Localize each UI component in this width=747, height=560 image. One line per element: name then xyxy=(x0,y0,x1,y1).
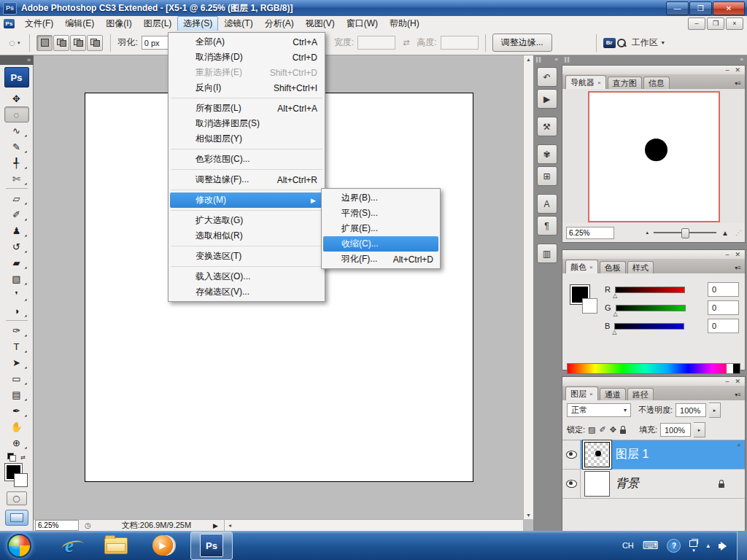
character-panel-button[interactable]: A xyxy=(537,194,557,214)
color-spectrum-ramp[interactable] xyxy=(567,363,740,374)
tab-channels[interactable]: 通道 xyxy=(600,388,626,400)
panel-close-icon[interactable]: ✕ xyxy=(735,378,740,385)
slider-thumb-icon[interactable]: △ xyxy=(612,329,616,335)
close-button[interactable]: ✕ xyxy=(713,1,745,15)
tab-layers[interactable]: 图层 × xyxy=(565,386,598,400)
tab-navigator[interactable]: 导航器 × xyxy=(565,75,606,89)
blend-mode-select[interactable]: 正常 ▾ xyxy=(567,403,631,417)
layer-comps-panel-button[interactable]: ▥ xyxy=(537,244,557,263)
type-tool[interactable]: T xyxy=(4,338,29,354)
visibility-cell[interactable] xyxy=(562,440,581,469)
notes-tool[interactable]: ▤ xyxy=(4,386,29,402)
history-panel-button[interactable]: ↶ xyxy=(537,67,557,87)
crop-tool[interactable]: ╃ xyxy=(4,155,29,171)
blue-value[interactable]: 0 xyxy=(708,319,739,333)
panel-close-icon[interactable]: ✕ xyxy=(735,251,740,258)
menu-item-grow[interactable]: 扩大选取(G) xyxy=(169,213,325,228)
history-brush-tool[interactable]: ↺ xyxy=(4,238,29,254)
scroll-left-icon[interactable]: ◂ xyxy=(228,522,231,529)
panel-menu-icon[interactable]: ▾≡ xyxy=(735,265,741,271)
menu-item-save-selection[interactable]: 存储选区(V)... xyxy=(169,284,325,300)
zoom-tool[interactable]: ⊕ xyxy=(4,435,29,451)
tab-color[interactable]: 颜色 × xyxy=(565,260,598,273)
lock-all-icon[interactable] xyxy=(620,429,626,434)
minimize-button[interactable]: — xyxy=(666,1,689,15)
navigator-zoom-input[interactable] xyxy=(566,227,614,239)
tab-close-icon[interactable]: × xyxy=(589,391,593,397)
quick-selection-tool[interactable]: ✎ xyxy=(4,139,29,155)
background-color-swatch[interactable] xyxy=(582,298,597,314)
lock-transparency-icon[interactable]: ▨ xyxy=(588,425,595,435)
volume-icon[interactable] xyxy=(719,541,729,551)
new-selection-button[interactable] xyxy=(36,35,53,51)
vertical-scrollbar[interactable]: ▲ ▼ xyxy=(523,55,533,519)
panel-minimize-icon[interactable]: – xyxy=(725,251,729,258)
navigator-zoom-slider[interactable] xyxy=(654,232,716,233)
clone-stamp-tool[interactable]: ♟ xyxy=(4,222,29,238)
shape-tool[interactable]: ▭ xyxy=(4,370,29,386)
menu-help[interactable]: 帮助(H) xyxy=(384,16,425,31)
submenu-item-feather[interactable]: 羽化(F)...Alt+Ctrl+D xyxy=(322,252,440,267)
opacity-value[interactable]: 100% xyxy=(676,403,706,417)
menu-item-all-layers[interactable]: 所有图层(L)Alt+Ctrl+A xyxy=(169,101,325,116)
menu-filter[interactable]: 滤镜(T) xyxy=(218,16,258,31)
scroll-down-icon[interactable]: ▼ xyxy=(526,513,531,518)
menu-item-load-selection[interactable]: 载入选区(O)... xyxy=(169,269,325,284)
blur-tool[interactable]: ❜ xyxy=(4,287,29,303)
submenu-item-border[interactable]: 边界(B)... xyxy=(322,190,440,206)
restore-button[interactable]: ❒ xyxy=(689,1,712,15)
black-chip[interactable] xyxy=(733,364,740,373)
actions-panel-button[interactable]: ▶ xyxy=(537,89,557,109)
layer-row-background[interactable]: 背景 xyxy=(562,470,745,499)
fill-spinner-icon[interactable]: ▸ xyxy=(694,422,705,438)
status-zoom-input[interactable] xyxy=(35,520,79,531)
submenu-item-contract[interactable]: 收缩(C)... xyxy=(323,236,438,252)
eraser-tool[interactable]: ▰ xyxy=(4,254,29,271)
navigator-proxy-view[interactable] xyxy=(588,91,720,222)
green-slider[interactable]: △ xyxy=(616,305,686,311)
panel-minimize-icon[interactable]: – xyxy=(725,66,729,74)
taskbar-wmp-button[interactable]: ▶ xyxy=(148,532,177,559)
menu-item-similar-layers[interactable]: 相似图层(Y) xyxy=(169,131,325,147)
tab-info[interactable]: 信息 xyxy=(643,77,670,89)
help-icon[interactable]: ? xyxy=(667,539,681,553)
fill-value[interactable]: 100% xyxy=(660,423,691,437)
show-hidden-icons-button[interactable]: ▴ xyxy=(706,542,710,549)
paragraph-panel-button[interactable]: ¶ xyxy=(537,216,557,236)
tray-window-flyout[interactable]: ▾ xyxy=(689,538,697,553)
taskbar-photoshop-button[interactable]: Ps xyxy=(190,532,233,560)
pen-tool[interactable]: ✑ xyxy=(4,322,29,338)
gradient-tool[interactable]: ▧ xyxy=(4,271,29,287)
brushes-panel-button[interactable]: ✾ xyxy=(537,144,557,164)
menu-view[interactable]: 视图(V) xyxy=(300,16,341,31)
menu-item-inverse[interactable]: 反向(I)Shift+Ctrl+I xyxy=(169,80,325,96)
lock-paint-icon[interactable]: ✐ xyxy=(599,425,605,435)
background-color-swatch[interactable] xyxy=(14,473,28,487)
default-colors-icon[interactable] xyxy=(7,453,16,462)
taskbar-ie-button[interactable]: e xyxy=(55,532,84,559)
menu-item-color-range[interactable]: 色彩范围(C)... xyxy=(169,152,325,167)
menu-item-modify[interactable]: 修改(M)▶ xyxy=(170,192,323,208)
move-tool[interactable]: ✥ xyxy=(4,90,29,106)
panel-menu-icon[interactable]: ▾≡ xyxy=(735,392,741,398)
resize-grip-icon[interactable]: ⋰ xyxy=(735,230,741,236)
menu-item-deselect-layers[interactable]: 取消选择图层(S) xyxy=(169,116,325,131)
doc-restore-button[interactable]: ❒ xyxy=(707,18,724,30)
hand-tool[interactable]: ✋ xyxy=(4,419,29,435)
start-button[interactable] xyxy=(7,534,31,558)
doc-minimize-button[interactable]: – xyxy=(688,18,705,30)
quick-mask-button[interactable]: ◯ xyxy=(7,491,27,505)
slider-thumb[interactable] xyxy=(681,228,689,238)
tool-presets-panel-button[interactable]: ⚒ xyxy=(537,117,557,136)
menu-item-all[interactable]: 全部(A)Ctrl+A xyxy=(169,34,325,50)
tab-close-icon[interactable]: × xyxy=(589,264,593,271)
green-value[interactable]: 0 xyxy=(708,300,739,315)
panel-dock-header[interactable]: ∥∥ » xyxy=(560,55,747,65)
opacity-spinner-icon[interactable]: ▸ xyxy=(709,402,721,418)
red-slider[interactable]: △ xyxy=(615,287,685,293)
eyedropper-tool[interactable]: ✒ xyxy=(4,402,29,419)
doc-close-button[interactable]: × xyxy=(726,18,743,30)
menu-item-deselect[interactable]: 取消选择(D)Ctrl+D xyxy=(169,50,325,65)
spot-healing-brush-tool[interactable]: ▱ xyxy=(4,190,29,206)
slider-thumb-icon[interactable]: △ xyxy=(613,292,617,299)
